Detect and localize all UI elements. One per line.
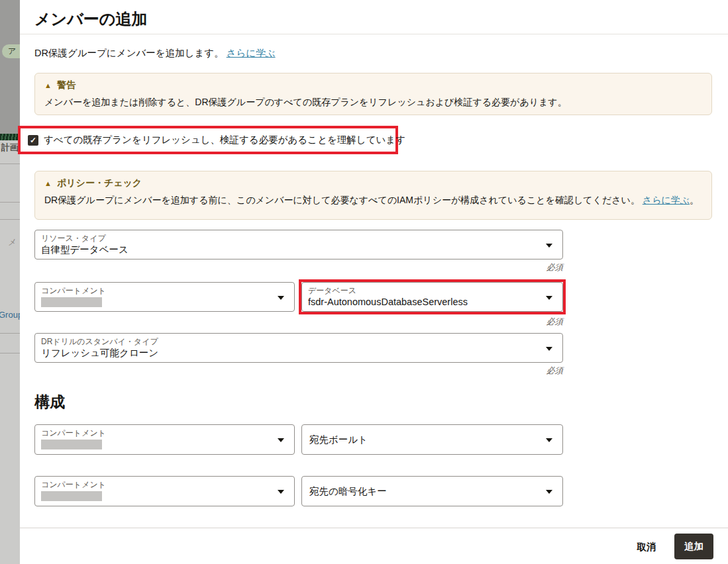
destination-vault-label: 宛先ボールト: [309, 434, 368, 446]
checkmark-icon: ✓: [30, 136, 36, 144]
chevron-down-icon: [546, 244, 552, 248]
add-button[interactable]: 追加: [674, 534, 713, 559]
divider: [0, 353, 20, 353]
warning-alert: ▲ 警告 メンバーを追加または削除すると、DR保護グループのすべての既存プランを…: [34, 73, 712, 115]
background-label-partial: メ: [8, 236, 17, 248]
status-badge: ア: [2, 44, 20, 58]
warning-header: ▲ 警告: [44, 79, 702, 91]
database-select[interactable]: データベース fsdr-AutonomousDatabaseServerless: [301, 282, 563, 312]
database-value: fsdr-AutonomousDatabaseServerless: [308, 296, 539, 309]
divider: [0, 202, 20, 203]
chevron-down-icon: [278, 490, 284, 494]
screen: ア 計画 メ Group メンバーの追加 DR保護グループにメンバーを追加します…: [0, 0, 728, 564]
destination-vault-select[interactable]: 宛先ボールト: [301, 424, 563, 455]
chevron-down-icon: [546, 296, 552, 300]
resource-type-label: リソース・タイプ: [41, 234, 539, 244]
redacted-value: [41, 491, 102, 501]
policy-check-text: DR保護グループにメンバーを追加する前に、このメンバーに対して必要なすべてのIA…: [44, 195, 640, 205]
status-badge-label: ア: [8, 46, 16, 57]
standby-type-value: リフレッシュ可能クローン: [41, 347, 539, 360]
warning-triangle-icon: ▲: [44, 180, 52, 187]
resource-type-select[interactable]: リソース・タイプ 自律型データベース: [34, 230, 563, 259]
background-tab-plans[interactable]: 計画: [1, 142, 19, 154]
member-compartment-select[interactable]: コンパートメント: [34, 282, 295, 312]
policy-check-suffix: 。: [690, 195, 699, 205]
chevron-down-icon: [546, 347, 552, 351]
compartment-label: コンパートメント: [41, 286, 270, 296]
vault-compartment-select[interactable]: コンパートメント: [34, 424, 295, 455]
dialog-description: DR保護グループにメンバーを追加します。 さらに学ぶ: [34, 47, 276, 60]
cancel-button[interactable]: 取消: [624, 536, 669, 557]
acknowledgement-label: すべての既存プランをリフレッシュし、検証する必要があることを理解しています: [44, 134, 405, 146]
dialog-title: メンバーの追加: [34, 9, 147, 30]
required-hint: 必須: [34, 365, 563, 377]
resource-type-value: 自律型データベース: [41, 244, 539, 257]
policy-check-header: ▲ ポリシー・チェック: [44, 177, 702, 189]
required-hint: 必須: [301, 316, 563, 328]
required-hint: 必須: [34, 262, 563, 273]
background-page-body: [0, 140, 20, 564]
redacted-value: [41, 297, 102, 307]
database-label: データベース: [308, 286, 539, 296]
learn-more-link[interactable]: さらに学ぶ: [227, 48, 276, 58]
footer-divider: [20, 528, 728, 528]
dr-drill-standby-type-select[interactable]: DRドリルのスタンバイ・タイプ リフレッシュ可能クローン: [34, 333, 563, 363]
redacted-value: [41, 440, 102, 449]
description-text: DR保護グループにメンバーを追加します。: [34, 48, 224, 58]
divider: [0, 219, 20, 220]
background-page-top: [0, 0, 20, 134]
warning-body: メンバーを追加または削除すると、DR保護グループのすべての既存プランをリフレッシ…: [44, 97, 702, 109]
standby-type-label: DRドリルのスタンバイ・タイプ: [41, 337, 539, 347]
divider: [0, 164, 20, 164]
chevron-down-icon: [546, 490, 552, 494]
policy-learn-more-link[interactable]: さらに学ぶ: [643, 195, 690, 205]
destination-key-label: 宛先の暗号化キー: [309, 485, 387, 498]
chevron-down-icon: [278, 296, 284, 300]
policy-check-alert: ▲ ポリシー・チェック DR保護グループにメンバーを追加する前に、このメンバーに…: [34, 171, 712, 220]
compartment-label: コンパートメント: [41, 480, 270, 490]
warning-triangle-icon: ▲: [44, 82, 52, 89]
warning-title: 警告: [57, 79, 76, 91]
key-compartment-select[interactable]: コンパートメント: [34, 476, 295, 506]
divider: [0, 333, 20, 334]
configuration-heading: 構成: [34, 392, 65, 412]
chevron-down-icon: [278, 438, 284, 442]
compartment-label: コンパートメント: [41, 428, 270, 438]
policy-check-title: ポリシー・チェック: [57, 177, 142, 189]
chevron-down-icon: [546, 438, 552, 442]
checkbox-highlight-annotation: ✓ すべての既存プランをリフレッシュし、検証する必要があることを理解しています: [18, 126, 398, 154]
destination-encryption-key-select[interactable]: 宛先の暗号化キー: [301, 476, 563, 506]
acknowledgement-checkbox[interactable]: ✓: [28, 135, 38, 146]
background-green-band: [0, 134, 20, 140]
acknowledgement-row[interactable]: ✓ すべての既存プランをリフレッシュし、検証する必要があることを理解しています: [21, 128, 395, 152]
policy-check-body: DR保護グループにメンバーを追加する前に、このメンバーに対して必要なすべてのIA…: [44, 195, 702, 207]
header-divider: [20, 34, 728, 34]
